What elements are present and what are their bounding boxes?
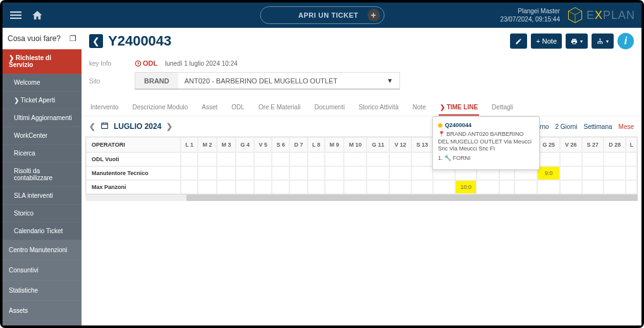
hierarchy-button[interactable]: ▾ <box>592 33 614 49</box>
cell-1-19[interactable] <box>560 166 582 180</box>
cell-1-10[interactable] <box>367 166 389 180</box>
cell-0-21[interactable] <box>604 152 626 166</box>
cell-2-12[interactable] <box>411 180 434 194</box>
cell-2-3[interactable] <box>236 180 254 194</box>
tab-descrizione-modulo[interactable]: Descrizione Modulo <box>131 100 189 116</box>
sidebar-item-6[interactable]: Risolti da contabilizzare <box>3 162 82 187</box>
cell-0-20[interactable] <box>582 152 604 166</box>
sidebar-item-11[interactable]: Consuntivi <box>3 260 82 281</box>
tab-asset[interactable]: Asset <box>200 100 219 116</box>
cell-2-11[interactable] <box>389 180 411 194</box>
cell-0-0[interactable] <box>181 152 198 166</box>
cell-1-18[interactable]: 9:0 <box>537 166 560 180</box>
cell-1-8[interactable] <box>325 166 344 180</box>
sidebar-item-0[interactable]: ❯ Richieste di Servizio <box>3 49 82 74</box>
cell-2-14[interactable]: 10:0 <box>455 180 477 194</box>
prev-month-button[interactable]: ❮ <box>89 122 95 131</box>
cell-2-9[interactable] <box>344 180 367 194</box>
cell-1-0[interactable] <box>181 166 198 180</box>
sidebar-item-12[interactable]: Statistiche <box>3 281 82 301</box>
tab-storico-attività[interactable]: Storico Attività <box>357 100 399 116</box>
sidebar-item-2[interactable]: ❯ Ticket Aperti <box>3 92 82 109</box>
cell-2-1[interactable] <box>198 180 217 194</box>
sidebar-item-10[interactable]: Centro Manutenzioni <box>3 240 82 260</box>
tab-intervento[interactable]: Intervento <box>89 100 119 116</box>
cell-1-3[interactable] <box>236 166 254 180</box>
tab-ore-e-materiali[interactable]: Ore E Materiali <box>257 100 302 116</box>
cell-1-20[interactable] <box>582 166 604 180</box>
cell-1-6[interactable] <box>289 166 308 180</box>
chevron-down-icon[interactable]: ▼ <box>380 77 399 84</box>
tab-time-line[interactable]: ❯ TIME LINE <box>439 100 479 116</box>
note-button[interactable]: + Note <box>531 33 562 49</box>
horizontal-scrollbar[interactable] <box>85 195 638 201</box>
sidebar-item-7[interactable]: SLA interventi <box>3 187 82 205</box>
sidebar-item-8[interactable]: Storico <box>3 205 82 222</box>
cell-0-2[interactable] <box>217 152 236 166</box>
cell-1-21[interactable] <box>604 166 626 180</box>
tab-dettagli[interactable]: Dettagli <box>490 100 514 116</box>
cell-0-8[interactable] <box>325 152 344 166</box>
popout-icon[interactable]: ❐ <box>70 34 76 43</box>
next-month-button[interactable]: ❯ <box>166 122 173 131</box>
cell-2-13[interactable] <box>433 180 455 194</box>
cell-0-1[interactable] <box>198 152 217 166</box>
cell-0-12[interactable] <box>411 152 434 166</box>
cell-1-9[interactable] <box>344 166 367 180</box>
cell-2-18[interactable] <box>537 180 560 194</box>
cell-2-6[interactable] <box>289 180 308 194</box>
cell-2-16[interactable] <box>499 180 514 194</box>
cell-2-0[interactable] <box>181 180 198 194</box>
home-icon[interactable] <box>32 9 43 21</box>
cell-2-2[interactable] <box>217 180 236 194</box>
cell-2-17[interactable] <box>514 180 537 194</box>
cell-2-21[interactable] <box>604 180 626 194</box>
cell-0-7[interactable] <box>308 152 325 166</box>
cell-1-22[interactable] <box>626 166 637 180</box>
cell-1-5[interactable] <box>272 166 289 180</box>
tab-odl[interactable]: ODL <box>230 100 246 116</box>
tab-documenti[interactable]: Documenti <box>313 100 346 116</box>
cell-2-5[interactable] <box>272 180 289 194</box>
view-mode-2 giorni[interactable]: 2 Giorni <box>556 123 578 130</box>
sidebar-item-5[interactable]: Ricerca <box>3 145 82 162</box>
cell-2-4[interactable] <box>254 180 272 194</box>
cell-0-22[interactable] <box>626 152 637 166</box>
cell-1-2[interactable] <box>217 166 236 180</box>
back-button[interactable]: ❮ <box>89 34 103 48</box>
cell-1-7[interactable] <box>308 166 325 180</box>
cell-2-19[interactable] <box>560 180 582 194</box>
cell-0-18[interactable] <box>537 152 560 166</box>
cell-1-1[interactable] <box>198 166 217 180</box>
cell-2-20[interactable] <box>582 180 604 194</box>
sidebar-item-14[interactable]: Siti Manutenzione <box>3 321 82 325</box>
cell-1-4[interactable] <box>254 166 272 180</box>
cell-2-22[interactable] <box>626 180 637 194</box>
cell-2-7[interactable] <box>308 180 325 194</box>
cell-0-9[interactable] <box>344 152 367 166</box>
tab-note[interactable]: Note <box>411 100 427 116</box>
cell-0-4[interactable] <box>254 152 272 166</box>
cell-1-11[interactable] <box>389 166 411 180</box>
menu-icon[interactable] <box>10 9 21 21</box>
edit-button[interactable] <box>510 33 527 49</box>
sidebar-item-1[interactable]: Welcome <box>3 74 82 92</box>
info-button[interactable]: i <box>617 33 634 49</box>
view-mode-settimana[interactable]: Settimana <box>584 123 612 130</box>
cell-0-5[interactable] <box>272 152 289 166</box>
sidebar-item-3[interactable]: Ultimi Aggiornamenti <box>3 109 82 127</box>
cell-2-10[interactable] <box>367 180 389 194</box>
cell-0-19[interactable] <box>560 152 582 166</box>
sidebar-item-4[interactable]: WorkCenter <box>3 127 82 145</box>
cell-0-10[interactable] <box>367 152 389 166</box>
open-ticket-button[interactable]: APRI UN TICKET + <box>260 6 384 24</box>
cell-0-6[interactable] <box>289 152 308 166</box>
print-button[interactable]: ▾ <box>566 33 588 49</box>
cell-2-8[interactable] <box>325 180 344 194</box>
sidebar-item-13[interactable]: Assets <box>3 301 82 321</box>
sidebar-item-9[interactable]: Calendario Ticket <box>3 222 82 240</box>
cell-1-12[interactable] <box>411 166 434 180</box>
sito-dropdown[interactable]: BRAND ANT020 - BARBERINO DEL MUGELLO OUT… <box>135 72 400 90</box>
calendar-icon[interactable] <box>100 121 109 131</box>
view-mode-mese[interactable]: Mese <box>619 123 634 130</box>
